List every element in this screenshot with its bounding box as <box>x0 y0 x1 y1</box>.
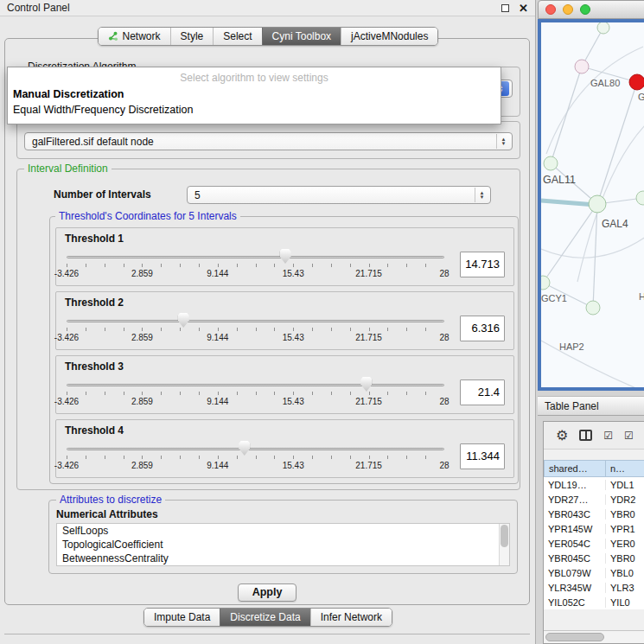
network-graph[interactable]: GAL80 GAL11 GAL4 GCY1 HAP2 GA H <box>541 22 644 387</box>
combo-stepper-icon[interactable]: ▲ ▼ <box>475 188 488 202</box>
threshold-1-value-field[interactable]: 14.713 <box>460 252 505 277</box>
table-cell[interactable]: YDL1 <box>606 480 644 490</box>
combo-stepper-icon[interactable]: ▲ ▼ <box>496 134 510 149</box>
table-cell[interactable]: YER0 <box>606 539 644 549</box>
tab-cyni-toolbox[interactable]: Cyni Toolbox <box>262 28 341 45</box>
slider-track[interactable] <box>67 448 444 450</box>
float-window-icon[interactable] <box>501 4 509 12</box>
threshold-label: Threshold 2 <box>65 296 505 309</box>
tab-impute-data[interactable]: Impute Data <box>144 609 220 626</box>
dropdown-item-manual-discretization[interactable]: Manual Discretization <box>8 86 501 102</box>
node-circle[interactable] <box>589 195 606 213</box>
threshold-1-panel: Threshold 1 -3.426 2.859 9.144 1 <box>55 227 514 286</box>
slider-thumb[interactable] <box>280 249 291 264</box>
threshold-2-value-field[interactable]: 6.316 <box>460 316 505 341</box>
list-item[interactable]: BetweennessCentrality <box>57 552 509 565</box>
table-cell[interactable]: YBR0 <box>606 509 644 520</box>
tab-infer-network-label: Infer Network <box>321 611 382 623</box>
scrollbar-thumb[interactable] <box>501 525 508 547</box>
threshold-4-value-field[interactable]: 11.344 <box>460 443 505 469</box>
table-cell[interactable]: YER054C <box>544 539 606 549</box>
threshold-4-slider[interactable]: -3.426 2.859 9.144 15.43 21.715 28 <box>65 437 446 475</box>
node-circle[interactable] <box>586 301 600 315</box>
node-label: GA <box>638 92 644 102</box>
slider-thumb[interactable] <box>178 313 189 328</box>
tab-style[interactable]: Style <box>170 28 214 45</box>
table-cell[interactable]: YBL079W <box>544 568 606 578</box>
slider-thumb[interactable] <box>360 377 372 392</box>
threshold-3-value-field[interactable]: 21.4 <box>460 379 505 405</box>
scale-label: 9.144 <box>207 269 228 278</box>
dropdown-item-equal-width-frequency[interactable]: Equal Width/Frequency Discretization <box>8 102 501 118</box>
table-row[interactable]: YBR045C YBR0 <box>544 551 644 565</box>
column-header-shared-name[interactable]: shared… <box>544 460 606 477</box>
number-of-intervals-value: 5 <box>194 189 475 201</box>
tab-discretize-data[interactable]: Discretize Data <box>220 609 309 626</box>
vertical-scrollbar[interactable] <box>499 524 509 565</box>
threshold-1-slider[interactable]: -3.426 2.859 9.144 15.43 21.715 28 <box>65 245 446 284</box>
scale-label: 21.715 <box>355 333 382 342</box>
table-row[interactable]: YLR345W YLR3 <box>544 580 644 595</box>
table-cell[interactable]: YDR27… <box>544 494 606 505</box>
table-cell[interactable]: YPR1 <box>606 524 644 534</box>
slider-track[interactable] <box>67 256 444 258</box>
node-circle[interactable] <box>597 22 609 34</box>
table-row[interactable]: YBL079W YBL0 <box>544 565 644 580</box>
columns-icon[interactable] <box>579 430 592 441</box>
table-cell[interactable]: YPR145W <box>544 524 606 534</box>
checkbox-icon[interactable]: ☑ <box>603 430 613 441</box>
network-canvas[interactable]: GAL80 GAL11 GAL4 GCY1 HAP2 GA H <box>541 22 644 387</box>
table-cell[interactable]: YBR045C <box>544 553 606 564</box>
zoom-traffic-light[interactable] <box>580 4 590 15</box>
slider-thumb[interactable] <box>239 441 250 456</box>
table-cell[interactable]: YBR043C <box>544 509 606 520</box>
table-cell[interactable]: YDR2 <box>606 494 644 505</box>
table-row[interactable]: YPR145W YPR1 <box>544 521 644 536</box>
gear-icon[interactable]: ⚙ <box>556 429 568 443</box>
network-window-titlebar[interactable] <box>538 0 644 19</box>
table-header-row: shared… n… <box>544 460 644 477</box>
table-cell[interactable]: YLR3 <box>606 583 644 593</box>
tab-infer-network[interactable]: Infer Network <box>310 609 392 626</box>
number-of-intervals-combo[interactable]: 5 ▲ ▼ <box>187 186 491 204</box>
scrollbar-thumb[interactable] <box>545 633 604 641</box>
node-label: GAL11 <box>543 174 576 186</box>
slider-track[interactable] <box>67 320 444 322</box>
tab-jactivemnodules[interactable]: jActiveMNodules <box>341 28 437 45</box>
table-row[interactable]: YER054C YER0 <box>544 536 644 551</box>
table-cell[interactable]: YLR345W <box>544 583 606 593</box>
table-cell[interactable]: YBL0 <box>606 568 644 578</box>
node-circle[interactable] <box>544 156 558 170</box>
cyni-bottom-tab-strip: Impute Data Discretize Data Infer Networ… <box>0 608 536 627</box>
tab-network[interactable]: Network <box>99 28 170 45</box>
threshold-2-slider[interactable]: -3.426 2.859 9.144 15.43 21.715 28 <box>65 309 446 348</box>
close-icon[interactable]: ✕ <box>519 3 528 14</box>
checkbox-icon[interactable]: ☑ <box>624 430 634 441</box>
selected-node-circle[interactable] <box>629 74 644 90</box>
list-item[interactable]: TopologicalCoefficient <box>57 538 509 552</box>
table-row[interactable]: YIL052C YIL0 <box>544 595 644 609</box>
table-row[interactable]: YDR27… YDR2 <box>544 492 644 507</box>
tab-select[interactable]: Select <box>213 28 261 45</box>
apply-button[interactable]: Apply <box>238 583 296 602</box>
list-item[interactable]: SelfLoops <box>57 524 509 538</box>
table-cell[interactable]: YDL19… <box>544 480 606 490</box>
close-traffic-light[interactable] <box>545 4 556 15</box>
threshold-3-slider[interactable]: -3.426 2.859 9.144 15.43 21.715 28 <box>65 373 446 411</box>
node-circle[interactable] <box>636 191 644 205</box>
node-circle[interactable] <box>541 276 550 290</box>
table-cell[interactable]: YIL0 <box>606 597 644 608</box>
table-cell[interactable]: YBR0 <box>606 553 644 564</box>
slider-ticks <box>67 328 444 331</box>
slider-scale: -3.426 2.859 9.144 15.43 21.715 28 <box>67 461 444 471</box>
node-circle[interactable] <box>575 60 589 73</box>
slider-track[interactable] <box>67 384 444 386</box>
scale-label: 21.715 <box>355 461 382 470</box>
table-row[interactable]: YBR043C YBR0 <box>544 507 644 521</box>
horizontal-scrollbar[interactable] <box>544 630 644 643</box>
minimize-traffic-light[interactable] <box>563 4 573 15</box>
column-header-name[interactable]: n… <box>606 460 644 477</box>
table-cell[interactable]: YIL052C <box>544 597 606 608</box>
table-data-combo[interactable]: galFiltered.sif default node ▲ ▼ <box>24 132 513 150</box>
table-row[interactable]: YDL19… YDL1 <box>544 477 644 492</box>
